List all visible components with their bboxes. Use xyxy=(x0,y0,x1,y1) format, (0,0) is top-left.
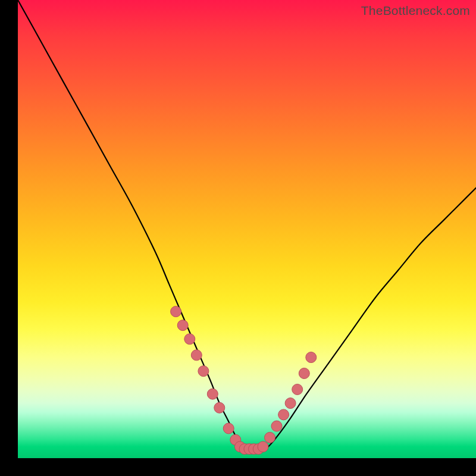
data-point xyxy=(292,384,303,395)
data-point xyxy=(184,334,195,345)
data-point xyxy=(258,441,268,452)
data-point xyxy=(214,402,225,413)
data-point xyxy=(278,409,289,420)
data-point xyxy=(171,306,181,317)
data-point xyxy=(306,352,317,363)
bottleneck-curve xyxy=(18,0,476,450)
data-point xyxy=(223,423,234,434)
data-point xyxy=(271,421,282,431)
data-point xyxy=(299,368,309,379)
data-point xyxy=(265,432,275,443)
plot-area: TheBottleneck.com xyxy=(18,0,476,458)
data-point xyxy=(191,350,202,361)
data-point xyxy=(198,366,209,377)
data-point xyxy=(177,320,188,331)
chart-frame: TheBottleneck.com xyxy=(0,0,476,476)
data-point xyxy=(285,398,296,409)
chart-svg xyxy=(18,0,476,458)
marker-cluster xyxy=(171,306,317,455)
data-point xyxy=(207,389,218,399)
